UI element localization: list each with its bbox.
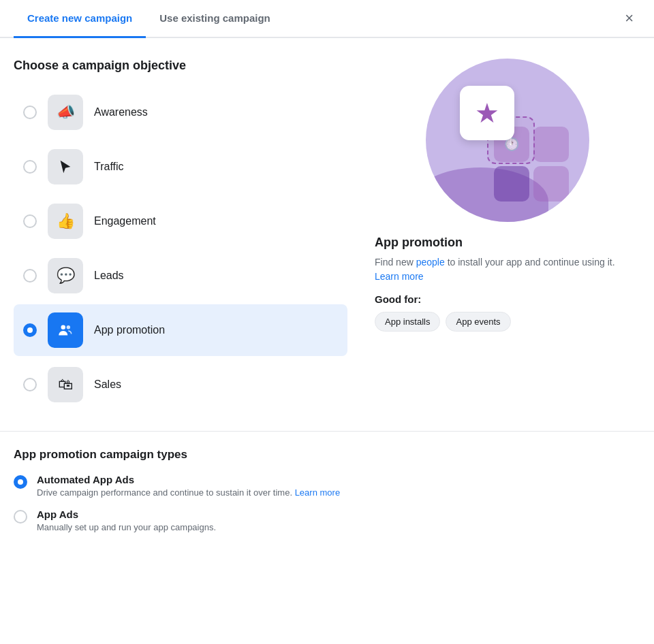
traffic-label: Traffic [94,161,124,173]
mini-card-4 [533,166,569,202]
svg-point-0 [61,325,66,329]
app-promotion-icon-box [48,312,83,348]
svg-point-1 [67,325,70,329]
objective-item-app-promotion[interactable]: App promotion [14,304,347,356]
promo-title: App promotion [375,236,640,250]
radio-sales[interactable] [23,378,37,391]
mini-card-3 [494,166,529,202]
radio-engagement[interactable] [23,214,37,228]
promo-desc-part2: to install your app and continue using i… [445,257,615,268]
campaign-types-title: App promotion campaign types [14,448,640,462]
awareness-icon-box: 📣 [48,95,83,130]
promo-panel: ★ ↓ 🕐 App promotion Find new pe [375,59,640,410]
campaign-type-list: Automated App Ads Drive campaign perform… [14,474,640,534]
awareness-label: Awareness [94,106,148,118]
good-for-label: Good for: [375,293,640,305]
app-ads-desc: Manually set up and run your app campaig… [37,521,216,534]
campaign-type-app-ads[interactable]: App Ads Manually set up and run your app… [14,509,640,534]
objectives-panel: Choose a campaign objective 📣 Awareness … [14,59,347,410]
campaign-type-automated[interactable]: Automated App Ads Drive campaign perform… [14,474,640,499]
leads-icon-box: 💬 [48,258,83,293]
campaign-types-section: App promotion campaign types Automated A… [0,431,654,554]
engagement-label: Engagement [94,215,156,227]
star-card: ★ [460,86,514,140]
engagement-icon-box: 👍 [48,204,83,239]
automated-app-ads-text: Automated App Ads Drive campaign perform… [37,474,340,499]
radio-leads[interactable] [23,269,37,283]
objective-item-leads[interactable]: 💬 Leads [14,250,347,302]
automated-learn-more-link[interactable]: Learn more [295,487,340,498]
promo-description: Find new people to install your app and … [375,255,640,284]
sales-icon-box: 🛍 [48,367,83,402]
tab-create-new-campaign[interactable]: Create new campaign [14,0,146,38]
promo-desc-part1: Find new [375,257,416,268]
automated-app-ads-label: Automated App Ads [37,474,340,485]
promo-illustration: ★ ↓ 🕐 [426,59,589,222]
tab-use-existing-campaign[interactable]: Use existing campaign [146,0,284,38]
tag-app-installs: App installs [375,312,440,332]
objective-list: 📣 Awareness Traffic 👍 Engagement [14,86,347,410]
promo-learn-more-link[interactable]: Learn more [375,271,424,282]
modal-header: Create new campaign Use existing campaig… [0,0,654,38]
radio-app-promotion[interactable] [23,323,37,337]
objective-item-sales[interactable]: 🛍 Sales [14,359,347,410]
radio-app-ads[interactable] [14,510,27,524]
close-button[interactable]: × [618,4,640,33]
radio-awareness[interactable] [23,106,37,119]
section-title: Choose a campaign objective [14,59,347,73]
mini-card-2 [533,127,569,162]
objective-item-traffic[interactable]: Traffic [14,141,347,193]
automated-app-ads-desc: Drive campaign performance and continue … [37,487,340,499]
sales-label: Sales [94,379,121,391]
app-promo-graphic: ★ ↓ 🕐 [446,79,569,202]
objective-item-awareness[interactable]: 📣 Awareness [14,86,347,138]
radio-traffic[interactable] [23,160,37,174]
star-icon: ★ [475,97,499,129]
cursor-icon [58,159,73,174]
app-ads-text: App Ads Manually set up and run your app… [37,509,216,534]
radio-automated-app-ads[interactable] [14,475,27,489]
leads-label: Leads [94,270,124,282]
tag-list: App installs App events [375,312,640,332]
people-icon [57,321,74,339]
traffic-icon-box [48,149,83,184]
promo-people-link[interactable]: people [416,257,445,268]
tag-app-events: App events [446,312,510,332]
app-promotion-label: App promotion [94,324,165,336]
objective-item-engagement[interactable]: 👍 Engagement [14,195,347,247]
automated-desc-text: Drive campaign performance and continue … [37,487,295,498]
main-content: Choose a campaign objective 📣 Awareness … [0,38,654,431]
app-ads-label: App Ads [37,509,216,520]
